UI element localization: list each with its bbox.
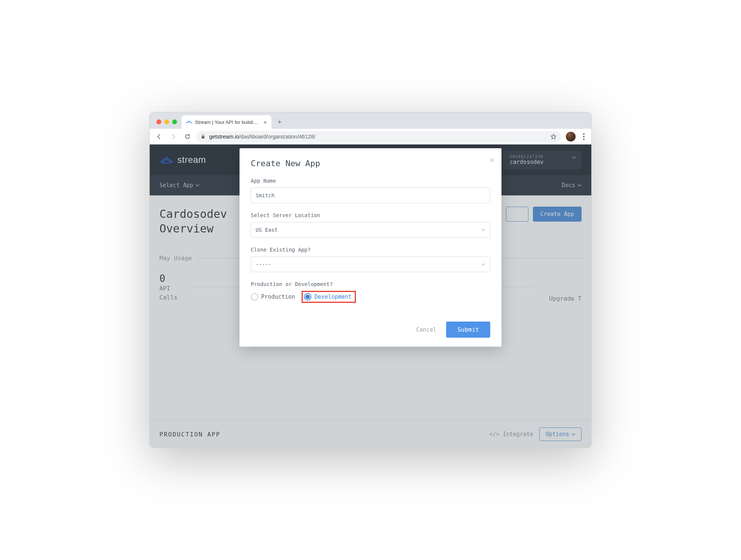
tab-title: Stream | Your API for building a [195, 119, 260, 125]
svg-rect-0 [202, 136, 205, 138]
highlight-annotation: Development [302, 291, 356, 303]
server-location-field: Select Server Location US East [251, 212, 490, 238]
app-name-label: App Name [251, 178, 490, 184]
url-text: getstream.io/dashboard/organization/4612… [209, 134, 315, 140]
back-button[interactable] [153, 131, 165, 142]
radio-icon [251, 293, 258, 301]
stream-favicon-icon [186, 120, 192, 124]
app-name-input[interactable] [251, 188, 490, 203]
radio-development[interactable]: Development [304, 293, 351, 301]
tab-close-icon[interactable]: × [263, 119, 267, 125]
clone-app-label: Clone Existing App? [251, 247, 490, 253]
radio-production[interactable]: Production [251, 293, 295, 301]
browser-menu-icon[interactable] [580, 133, 588, 140]
bookmark-star-icon[interactable] [550, 133, 557, 140]
macos-traffic-lights [154, 119, 182, 129]
lock-icon [201, 134, 205, 139]
window-close-button[interactable] [156, 119, 161, 124]
url-host: getstream.io [209, 134, 239, 140]
clone-app-field: Clone Existing App? ----- [251, 247, 490, 272]
radio-production-label: Production [261, 293, 295, 300]
browser-tab[interactable]: Stream | Your API for building a × [182, 115, 271, 129]
page-viewport: stream ORGANIZATION cardosodev Select Ap… [150, 144, 591, 448]
create-app-modal: × Create New App App Name Select Server … [240, 148, 501, 347]
environment-field: Production or Development? Production De… [251, 281, 490, 303]
close-icon[interactable]: × [490, 155, 495, 165]
profile-avatar[interactable] [566, 132, 576, 141]
url-path: /dashboard/organization/46128/ [239, 134, 315, 140]
radio-icon [304, 293, 311, 301]
chevron-down-icon [481, 229, 485, 231]
address-bar[interactable]: getstream.io/dashboard/organization/4612… [196, 131, 561, 142]
submit-button[interactable]: Submit [446, 322, 490, 338]
window-minimize-button[interactable] [164, 119, 169, 124]
server-location-label: Select Server Location [251, 212, 490, 218]
browser-window: Stream | Your API for building a × + ge [149, 112, 592, 448]
app-name-field: App Name [251, 178, 490, 203]
new-tab-button[interactable]: + [274, 117, 285, 127]
clone-app-value: ----- [256, 261, 271, 267]
window-zoom-button[interactable] [172, 119, 177, 124]
environment-label: Production or Development? [251, 281, 490, 287]
browser-toolbar: getstream.io/dashboard/organization/4612… [150, 129, 591, 144]
reload-button[interactable] [182, 131, 193, 142]
browser-tab-strip: Stream | Your API for building a × + [150, 112, 591, 129]
server-location-select[interactable]: US East [251, 222, 490, 238]
modal-footer: Cancel Submit [251, 322, 490, 338]
clone-app-select[interactable]: ----- [251, 256, 490, 272]
radio-development-label: Development [314, 293, 351, 300]
forward-button[interactable] [168, 131, 179, 142]
cancel-button[interactable]: Cancel [416, 326, 436, 333]
server-location-value: US East [256, 227, 278, 233]
chevron-down-icon [481, 263, 485, 266]
modal-title: Create New App [251, 159, 490, 168]
environment-radio-group: Production Development [251, 291, 490, 303]
